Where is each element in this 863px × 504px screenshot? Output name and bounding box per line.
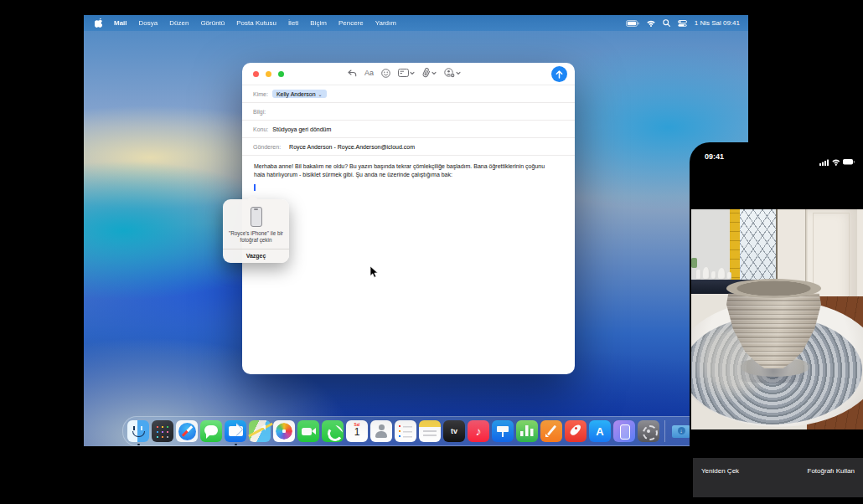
battery-icon [843, 159, 855, 165]
photo-green-vase [691, 258, 697, 268]
dock-rocket-icon[interactable] [565, 420, 587, 442]
camera-preview-photo [691, 209, 863, 429]
header-fields-menu[interactable] [398, 69, 415, 77]
popover-message: "Royce's iPhone" ile bir fotoğraf çekin [223, 230, 289, 244]
cancel-button[interactable]: Vazgeç [223, 249, 289, 263]
subject-field[interactable]: Konu: Stüdyoya geri döndüm [242, 121, 575, 138]
message-body-text: Merhaba anne! Bil bakalım ne oldu? Bu ya… [254, 163, 545, 177]
dock: Sal 1 tv ♪ A [122, 416, 721, 446]
dock-mail-icon[interactable] [225, 420, 246, 442]
zoom-window-button[interactable] [278, 71, 284, 77]
menu-item-mail[interactable]: Mail [114, 19, 127, 27]
finder-running-indicator [137, 444, 140, 446]
control-center-icon[interactable] [678, 20, 687, 27]
mouse-cursor [369, 266, 379, 282]
dock-app-store-icon[interactable]: A [589, 420, 611, 442]
to-field[interactable]: Kime: Kelly Anderson ⌄ [242, 85, 575, 103]
battery-icon[interactable] [626, 20, 639, 27]
dock-apple-tv-icon[interactable]: tv [443, 420, 465, 442]
calendar-day: 1 [346, 427, 368, 437]
minimize-window-button[interactable] [266, 71, 271, 77]
wifi-icon[interactable] [647, 20, 655, 27]
photo-vase [696, 270, 701, 280]
dock-facetime-icon[interactable] [297, 420, 319, 442]
to-field-label: Kime: [253, 91, 268, 97]
menu-item-dosya[interactable]: Dosya [139, 19, 158, 27]
retake-button[interactable]: Yeniden Çek [701, 467, 739, 475]
dock-calendar-icon[interactable]: Sal 1 [346, 420, 368, 442]
menu-item-ileti[interactable]: İleti [288, 19, 298, 27]
dock-notes-icon[interactable] [419, 420, 441, 442]
menu-bar-left: Mail Dosya Düzen Görüntü Posta Kutusu İl… [84, 18, 396, 28]
phone-status-time: 09:41 [705, 152, 724, 161]
dock-numbers-icon[interactable] [516, 420, 538, 442]
dock-finder-icon[interactable] [127, 420, 149, 442]
photo-vase [727, 272, 731, 280]
menu-bar-clock[interactable]: 1 Nis Sal 09:41 [695, 19, 740, 27]
dock-safari-icon[interactable] [176, 420, 198, 442]
cc-field[interactable]: Bilgi: [242, 103, 575, 121]
dock-launchpad-icon[interactable] [152, 420, 173, 442]
from-value: Royce Anderson - Royce.Anderson@icloud.c… [289, 144, 415, 150]
dock-pages-icon[interactable] [540, 420, 562, 442]
from-field[interactable]: Gönderen: Royce Anderson - Royce.Anderso… [242, 138, 575, 156]
dock-photos-icon[interactable] [273, 420, 295, 442]
cellular-signal-icon [819, 159, 829, 166]
menu-item-pencere[interactable]: Pencere [338, 19, 364, 27]
undo-icon[interactable] [348, 69, 357, 77]
compose-toolbar: Aa [348, 68, 461, 78]
dock-separator [664, 420, 665, 442]
iphone-icon [251, 207, 262, 227]
recipient-name: Kelly Anderson [276, 91, 316, 97]
compose-header-fields: Kime: Kelly Anderson ⌄ Bilgi: Konu: Stüd… [242, 85, 575, 156]
photo-vase [703, 267, 710, 280]
recipient-chevron-icon[interactable]: ⌄ [318, 91, 323, 97]
menu-item-bicim[interactable]: Biçim [310, 19, 327, 27]
mail-running-indicator [235, 444, 237, 446]
search-icon[interactable] [663, 19, 670, 27]
photo-vase [711, 271, 716, 280]
menu-bar: Mail Dosya Düzen Görüntü Posta Kutusu İl… [84, 15, 748, 31]
photo-door-panel [813, 213, 850, 306]
dock-music-icon[interactable]: ♪ [468, 420, 489, 442]
message-body[interactable]: Merhaba anne! Bil bakalım ne oldu? Bu ya… [242, 156, 565, 198]
mail-window-titlebar[interactable]: Aa [242, 63, 575, 85]
mail-compose-window: Aa [242, 63, 575, 374]
apple-menu-icon[interactable] [95, 18, 102, 28]
format-text-button[interactable]: Aa [364, 69, 374, 77]
dock-maps-icon[interactable] [249, 420, 271, 442]
emoji-picker-icon[interactable] [381, 69, 390, 78]
dock-system-settings-icon[interactable] [638, 420, 659, 442]
photo-vase [718, 268, 726, 280]
menu-bar-status: 1 Nis Sal 09:41 [626, 19, 748, 27]
dock-iphone-mirroring-icon[interactable] [613, 420, 635, 442]
take-photo-popover: "Royce's iPhone" ile bir fotoğraf çekin … [223, 199, 289, 263]
menu-item-goruntu[interactable]: Görüntü [200, 19, 225, 27]
window-controls [253, 71, 284, 77]
close-window-button[interactable] [253, 71, 259, 77]
insert-from-device-menu[interactable] [444, 68, 461, 78]
wifi-icon [832, 159, 840, 165]
iphone-camera-screen: 09:41 [690, 142, 863, 504]
camera-action-bar: Yeniden Çek Fotoğrafı Kullan [693, 458, 863, 497]
menu-item-duzen[interactable]: Düzen [169, 19, 189, 27]
recipient-token[interactable]: Kelly Anderson ⌄ [272, 90, 327, 98]
send-button[interactable] [551, 66, 567, 82]
dock-keynote-icon[interactable] [492, 420, 514, 442]
subject-value: Stüdyoya geri döndüm [272, 126, 331, 132]
dock-contacts-icon[interactable] [370, 420, 392, 442]
screenshot-stage: Mail Dosya Düzen Görüntü Posta Kutusu İl… [0, 0, 863, 504]
attach-file-menu[interactable] [422, 68, 437, 78]
menu-item-yardim[interactable]: Yardım [375, 19, 396, 27]
cc-field-label: Bilgi: [253, 109, 266, 115]
dock-reminders-icon[interactable] [395, 420, 416, 442]
desktop-wallpaper: Mail Dosya Düzen Görüntü Posta Kutusu İl… [84, 15, 748, 446]
photo-clay-bowl-rim [726, 279, 821, 298]
use-photo-button[interactable]: Fotoğrafı Kullan [808, 467, 855, 475]
phone-status-icons [819, 154, 855, 169]
menu-item-posta-kutusu[interactable]: Posta Kutusu [236, 19, 276, 27]
subject-field-label: Konu: [253, 126, 268, 132]
dock-phone-icon[interactable] [322, 420, 344, 442]
from-field-label: Gönderen: [253, 144, 281, 150]
dock-messages-icon[interactable] [200, 420, 222, 442]
